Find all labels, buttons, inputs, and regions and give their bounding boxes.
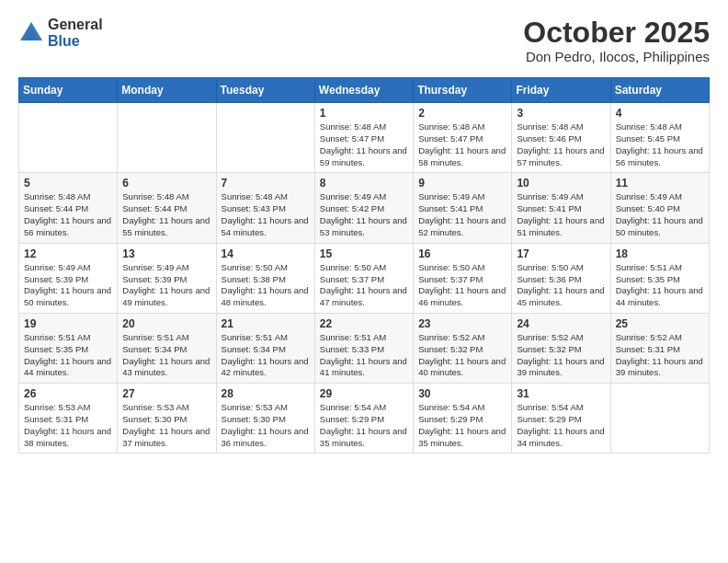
- day-number: 21: [222, 317, 310, 330]
- title-area: October 2025 Don Pedro, Ilocos, Philippi…: [523, 17, 710, 64]
- calendar-cell: [19, 103, 118, 173]
- logo-icon: [18, 20, 44, 46]
- day-info: Sunrise: 5:50 AM Sunset: 5:37 PM Dayligh…: [418, 262, 506, 309]
- calendar-week-row: 26Sunrise: 5:53 AM Sunset: 5:31 PM Dayli…: [19, 384, 710, 454]
- day-info: Sunrise: 5:53 AM Sunset: 5:30 PM Dayligh…: [222, 402, 310, 449]
- day-info: Sunrise: 5:49 AM Sunset: 5:42 PM Dayligh…: [320, 191, 408, 238]
- day-info: Sunrise: 5:48 AM Sunset: 5:45 PM Dayligh…: [616, 121, 704, 168]
- location: Don Pedro, Ilocos, Philippines: [523, 49, 710, 64]
- calendar-cell: [610, 384, 709, 454]
- calendar-cell: 3Sunrise: 5:48 AM Sunset: 5:46 PM Daylig…: [512, 103, 610, 173]
- day-number: 4: [616, 107, 704, 120]
- calendar-cell: 26Sunrise: 5:53 AM Sunset: 5:31 PM Dayli…: [19, 384, 118, 454]
- calendar-cell: 23Sunrise: 5:52 AM Sunset: 5:32 PM Dayli…: [414, 313, 512, 383]
- calendar-cell: 31Sunrise: 5:54 AM Sunset: 5:29 PM Dayli…: [512, 384, 610, 454]
- day-number: 25: [616, 317, 704, 330]
- day-number: 12: [24, 247, 112, 260]
- day-number: 9: [418, 177, 506, 190]
- day-info: Sunrise: 5:50 AM Sunset: 5:36 PM Dayligh…: [517, 262, 605, 309]
- header: General Blue October 2025 Don Pedro, Ilo…: [18, 17, 710, 64]
- day-number: 3: [517, 107, 605, 120]
- day-number: 15: [320, 247, 408, 260]
- day-header-wednesday: Wednesday: [314, 78, 413, 103]
- calendar-cell: 14Sunrise: 5:50 AM Sunset: 5:38 PM Dayli…: [216, 243, 314, 313]
- day-info: Sunrise: 5:49 AM Sunset: 5:39 PM Dayligh…: [24, 262, 112, 309]
- day-info: Sunrise: 5:54 AM Sunset: 5:29 PM Dayligh…: [320, 402, 408, 449]
- day-info: Sunrise: 5:51 AM Sunset: 5:33 PM Dayligh…: [320, 332, 408, 379]
- day-number: 14: [222, 247, 310, 260]
- calendar-cell: 8Sunrise: 5:49 AM Sunset: 5:42 PM Daylig…: [314, 173, 413, 243]
- calendar-cell: 19Sunrise: 5:51 AM Sunset: 5:35 PM Dayli…: [19, 313, 118, 383]
- day-info: Sunrise: 5:50 AM Sunset: 5:37 PM Dayligh…: [320, 262, 408, 309]
- day-number: 28: [222, 387, 310, 400]
- calendar-cell: 5Sunrise: 5:48 AM Sunset: 5:44 PM Daylig…: [19, 173, 118, 243]
- day-number: 20: [122, 317, 210, 330]
- day-info: Sunrise: 5:50 AM Sunset: 5:38 PM Dayligh…: [222, 262, 310, 309]
- calendar-cell: 30Sunrise: 5:54 AM Sunset: 5:29 PM Dayli…: [414, 384, 512, 454]
- day-info: Sunrise: 5:52 AM Sunset: 5:32 PM Dayligh…: [517, 332, 605, 379]
- day-info: Sunrise: 5:53 AM Sunset: 5:30 PM Dayligh…: [122, 402, 210, 449]
- day-number: 31: [517, 387, 605, 400]
- day-info: Sunrise: 5:51 AM Sunset: 5:34 PM Dayligh…: [122, 332, 210, 379]
- day-info: Sunrise: 5:54 AM Sunset: 5:29 PM Dayligh…: [418, 402, 506, 449]
- calendar-cell: 12Sunrise: 5:49 AM Sunset: 5:39 PM Dayli…: [19, 243, 118, 313]
- day-info: Sunrise: 5:53 AM Sunset: 5:31 PM Dayligh…: [24, 402, 112, 449]
- calendar-cell: 29Sunrise: 5:54 AM Sunset: 5:29 PM Dayli…: [314, 384, 413, 454]
- day-info: Sunrise: 5:48 AM Sunset: 5:47 PM Dayligh…: [320, 121, 408, 168]
- day-number: 8: [320, 177, 408, 190]
- calendar-cell: 16Sunrise: 5:50 AM Sunset: 5:37 PM Dayli…: [414, 243, 512, 313]
- day-number: 18: [616, 247, 704, 260]
- day-number: 1: [320, 107, 408, 120]
- day-info: Sunrise: 5:52 AM Sunset: 5:31 PM Dayligh…: [616, 332, 704, 379]
- day-info: Sunrise: 5:54 AM Sunset: 5:29 PM Dayligh…: [517, 402, 605, 449]
- day-number: 23: [418, 317, 506, 330]
- day-info: Sunrise: 5:49 AM Sunset: 5:39 PM Dayligh…: [122, 262, 210, 309]
- calendar-cell: 9Sunrise: 5:49 AM Sunset: 5:41 PM Daylig…: [414, 173, 512, 243]
- calendar-cell: 22Sunrise: 5:51 AM Sunset: 5:33 PM Dayli…: [314, 313, 413, 383]
- calendar-cell: 24Sunrise: 5:52 AM Sunset: 5:32 PM Dayli…: [512, 313, 610, 383]
- logo-blue-text: Blue: [48, 33, 103, 50]
- day-number: 29: [320, 387, 408, 400]
- logo: General Blue: [18, 17, 103, 49]
- day-header-monday: Monday: [118, 78, 216, 103]
- day-info: Sunrise: 5:49 AM Sunset: 5:40 PM Dayligh…: [616, 191, 704, 238]
- calendar-week-row: 1Sunrise: 5:48 AM Sunset: 5:47 PM Daylig…: [19, 103, 710, 173]
- day-number: 10: [517, 177, 605, 190]
- calendar-week-row: 19Sunrise: 5:51 AM Sunset: 5:35 PM Dayli…: [19, 313, 710, 383]
- calendar-cell: 15Sunrise: 5:50 AM Sunset: 5:37 PM Dayli…: [314, 243, 413, 313]
- day-info: Sunrise: 5:51 AM Sunset: 5:35 PM Dayligh…: [616, 262, 704, 309]
- day-info: Sunrise: 5:49 AM Sunset: 5:41 PM Dayligh…: [418, 191, 506, 238]
- day-number: 30: [418, 387, 506, 400]
- calendar-cell: 4Sunrise: 5:48 AM Sunset: 5:45 PM Daylig…: [610, 103, 709, 173]
- calendar-cell: 1Sunrise: 5:48 AM Sunset: 5:47 PM Daylig…: [314, 103, 413, 173]
- day-number: 27: [122, 387, 210, 400]
- day-header-sunday: Sunday: [19, 78, 118, 103]
- day-number: 24: [517, 317, 605, 330]
- calendar-cell: 18Sunrise: 5:51 AM Sunset: 5:35 PM Dayli…: [610, 243, 709, 313]
- calendar-week-row: 12Sunrise: 5:49 AM Sunset: 5:39 PM Dayli…: [19, 243, 710, 313]
- logo-text: General Blue: [48, 17, 103, 49]
- page: General Blue October 2025 Don Pedro, Ilo…: [0, 0, 728, 463]
- day-number: 2: [418, 107, 506, 120]
- day-info: Sunrise: 5:51 AM Sunset: 5:34 PM Dayligh…: [222, 332, 310, 379]
- calendar-cell: [118, 103, 216, 173]
- calendar-cell: 27Sunrise: 5:53 AM Sunset: 5:30 PM Dayli…: [118, 384, 216, 454]
- day-info: Sunrise: 5:48 AM Sunset: 5:47 PM Dayligh…: [418, 121, 506, 168]
- calendar-cell: 11Sunrise: 5:49 AM Sunset: 5:40 PM Dayli…: [610, 173, 709, 243]
- day-info: Sunrise: 5:48 AM Sunset: 5:44 PM Dayligh…: [122, 191, 210, 238]
- day-number: 11: [616, 177, 704, 190]
- calendar-cell: 13Sunrise: 5:49 AM Sunset: 5:39 PM Dayli…: [118, 243, 216, 313]
- day-header-thursday: Thursday: [414, 78, 512, 103]
- calendar-table: SundayMondayTuesdayWednesdayThursdayFrid…: [18, 77, 710, 454]
- calendar-header-row: SundayMondayTuesdayWednesdayThursdayFrid…: [19, 78, 710, 103]
- calendar-cell: 21Sunrise: 5:51 AM Sunset: 5:34 PM Dayli…: [216, 313, 314, 383]
- day-number: 26: [24, 387, 112, 400]
- day-info: Sunrise: 5:49 AM Sunset: 5:41 PM Dayligh…: [517, 191, 605, 238]
- day-number: 6: [122, 177, 210, 190]
- day-info: Sunrise: 5:48 AM Sunset: 5:46 PM Dayligh…: [517, 121, 605, 168]
- day-info: Sunrise: 5:48 AM Sunset: 5:43 PM Dayligh…: [222, 191, 310, 238]
- day-header-tuesday: Tuesday: [216, 78, 314, 103]
- day-number: 5: [24, 177, 112, 190]
- day-info: Sunrise: 5:52 AM Sunset: 5:32 PM Dayligh…: [418, 332, 506, 379]
- calendar-cell: 2Sunrise: 5:48 AM Sunset: 5:47 PM Daylig…: [414, 103, 512, 173]
